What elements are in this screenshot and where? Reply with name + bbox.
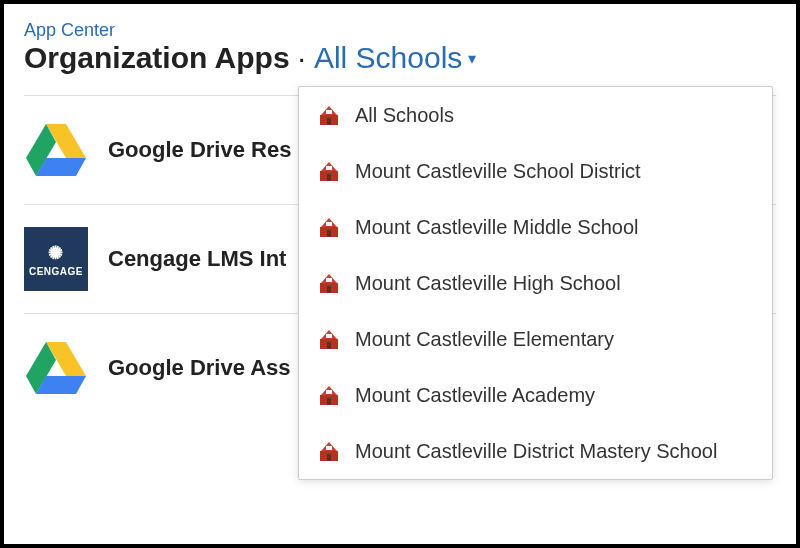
cengage-icon: ✺ CENGAGE bbox=[24, 227, 88, 291]
svg-rect-17 bbox=[326, 222, 332, 226]
dropdown-item-label: All Schools bbox=[355, 104, 454, 127]
svg-rect-24 bbox=[327, 342, 331, 349]
svg-rect-29 bbox=[326, 390, 332, 394]
svg-rect-33 bbox=[326, 446, 332, 450]
breadcrumb-app-center[interactable]: App Center bbox=[24, 20, 115, 40]
school-icon bbox=[317, 327, 341, 351]
dropdown-item-school[interactable]: Mount Castleville High School bbox=[299, 255, 772, 311]
google-drive-icon bbox=[24, 118, 88, 182]
svg-rect-25 bbox=[326, 334, 332, 338]
google-drive-icon bbox=[24, 336, 88, 400]
cengage-burst-icon: ✺ bbox=[48, 242, 64, 264]
page-title: Organization Apps bbox=[24, 41, 290, 75]
school-filter-label: All Schools bbox=[314, 41, 462, 75]
dropdown-item-school[interactable]: Mount Castleville Middle School bbox=[299, 199, 772, 255]
dropdown-item-label: Mount Castleville School District bbox=[355, 160, 641, 183]
svg-rect-20 bbox=[327, 286, 331, 293]
chevron-down-icon: ▾ bbox=[468, 49, 476, 68]
school-filter-dropdown-trigger[interactable]: All Schools ▾ bbox=[314, 41, 476, 75]
dropdown-item-all-schools[interactable]: All Schools bbox=[299, 87, 772, 143]
cengage-text: CENGAGE bbox=[29, 266, 83, 277]
dropdown-item-label: Mount Castleville Middle School bbox=[355, 216, 638, 239]
svg-rect-28 bbox=[327, 398, 331, 405]
dropdown-item-label: Mount Castleville Elementary bbox=[355, 328, 614, 351]
separator-dot: · bbox=[298, 41, 306, 75]
school-icon bbox=[317, 215, 341, 239]
school-icon bbox=[317, 159, 341, 183]
school-icon bbox=[317, 383, 341, 407]
dropdown-item-label: Mount Castleville Academy bbox=[355, 384, 595, 407]
dropdown-item-label: Mount Castleville High School bbox=[355, 272, 621, 295]
app-name: Google Drive Res bbox=[108, 137, 291, 163]
svg-rect-13 bbox=[326, 166, 332, 170]
header-row: Organization Apps · All Schools ▾ bbox=[24, 41, 776, 75]
dropdown-item-school[interactable]: Mount Castleville District Mastery Schoo… bbox=[299, 423, 772, 479]
svg-rect-9 bbox=[326, 110, 332, 114]
school-icon bbox=[317, 103, 341, 127]
svg-rect-32 bbox=[327, 454, 331, 461]
svg-rect-16 bbox=[327, 230, 331, 237]
school-icon bbox=[317, 439, 341, 463]
dropdown-item-label: Mount Castleville District Mastery Schoo… bbox=[355, 440, 717, 463]
dropdown-item-school[interactable]: Mount Castleville School District bbox=[299, 143, 772, 199]
svg-rect-8 bbox=[327, 118, 331, 125]
app-name: Google Drive Ass bbox=[108, 355, 291, 381]
school-dropdown-menu: All Schools Mount Castleville School Dis… bbox=[298, 86, 773, 480]
svg-rect-12 bbox=[327, 174, 331, 181]
dropdown-item-school[interactable]: Mount Castleville Elementary bbox=[299, 311, 772, 367]
dropdown-item-school[interactable]: Mount Castleville Academy bbox=[299, 367, 772, 423]
svg-rect-21 bbox=[326, 278, 332, 282]
school-icon bbox=[317, 271, 341, 295]
app-name: Cengage LMS Int bbox=[108, 246, 286, 272]
